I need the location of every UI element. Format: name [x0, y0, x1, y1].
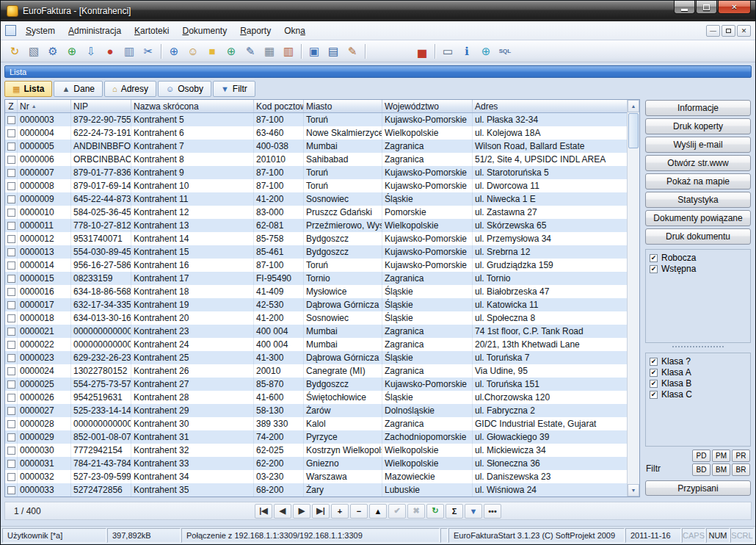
- toolbar-web-button[interactable]: ⊕: [477, 43, 495, 60]
- scroll-thumb[interactable]: [628, 113, 639, 148]
- toolbar-cut-button[interactable]: ✂: [139, 43, 157, 60]
- table-row[interactable]: 0000008879-017-69-14Kontrahent 1087-100T…: [5, 179, 627, 192]
- toolbar-settings-button[interactable]: ⚙: [44, 43, 62, 60]
- table-row[interactable]: 000002413022780152Kontrahent 2620010Cane…: [5, 364, 627, 378]
- row-checkbox[interactable]: [7, 116, 15, 124]
- row-checkbox[interactable]: [7, 486, 15, 494]
- table-row[interactable]: 00000335272472856Kontrahent 3568-200Żary…: [5, 483, 627, 497]
- filtr-br-button[interactable]: BR: [732, 463, 750, 476]
- wy-lij-e-mail-button[interactable]: Wyślij e-mail: [645, 137, 751, 153]
- scroll-up-button[interactable]: ▲: [628, 100, 639, 112]
- table-row[interactable]: 0000029852-001-08-07Kontrahent 3174-200P…: [5, 430, 627, 444]
- last-record-button[interactable]: ▶|: [312, 504, 330, 519]
- toolbar-select-window-button[interactable]: ▭: [439, 43, 457, 60]
- child-restore-button[interactable]: [722, 25, 735, 37]
- column-header-nazwa-skr-cona[interactable]: Nazwa skrócona: [131, 100, 254, 112]
- table-row[interactable]: 0000032527-23-09-599Kontrahent 3403-230W…: [5, 470, 627, 483]
- table-row[interactable]: 0000017632-17-34-335Kontrahent 1942-530D…: [5, 298, 627, 311]
- tab-adresy[interactable]: ⌂Adresy: [104, 81, 156, 97]
- title-bar[interactable]: EuroFaktura - [Kontrahenci] ✕: [1, 1, 755, 21]
- tab-filtr[interactable]: ▼Filtr: [213, 81, 255, 97]
- row-checkbox[interactable]: [7, 248, 15, 256]
- toolbar-calendar-button[interactable]: ▦: [261, 43, 278, 60]
- row-checkbox[interactable]: [7, 380, 15, 389]
- toolbar-address-book-button[interactable]: ▤: [324, 43, 342, 60]
- next-record-button[interactable]: ▶: [293, 504, 310, 519]
- cancel-button[interactable]: ✖: [407, 504, 425, 519]
- tab-osoby[interactable]: ☺Osoby: [158, 81, 211, 97]
- toolbar-download-button[interactable]: ⇩: [82, 43, 100, 60]
- row-checkbox[interactable]: [7, 288, 15, 296]
- table-row[interactable]: 00000129531740071Kontrahent 1485-758Bydg…: [5, 232, 627, 245]
- row-checkbox[interactable]: [7, 182, 15, 190]
- close-button[interactable]: ✕: [718, 1, 751, 14]
- column-header-z[interactable]: Z: [5, 100, 18, 112]
- otw-rz-str-www-button[interactable]: Otwórz str.www: [645, 155, 751, 171]
- minimize-button[interactable]: [674, 1, 695, 14]
- toolbar-globe-button[interactable]: ⊕: [165, 43, 183, 60]
- row-checkbox[interactable]: [7, 367, 15, 375]
- scroll-down-button[interactable]: ▼: [628, 484, 639, 497]
- row-checkbox[interactable]: [7, 433, 15, 441]
- table-row[interactable]: 0000014956-16-27-586Kontrahent 1687-100T…: [5, 259, 627, 272]
- filtr-bd-button[interactable]: BD: [692, 463, 710, 476]
- refresh-button[interactable]: ↻: [426, 504, 444, 519]
- column-header-wojew-dztwo[interactable]: Województwo: [382, 100, 473, 112]
- table-row[interactable]: 0000023629-232-26-23Kontrahent 2541-300D…: [5, 351, 627, 364]
- row-checkbox[interactable]: [7, 447, 15, 455]
- toolbar-folder-button[interactable]: ■: [203, 43, 221, 60]
- row-checkbox[interactable]: [7, 209, 15, 217]
- row-checkbox[interactable]: [7, 314, 15, 322]
- vertical-scrollbar[interactable]: ▲ ▼: [627, 100, 639, 497]
- druk-koperty-button[interactable]: Druk koperty: [645, 118, 751, 134]
- toolbar-info-button[interactable]: ℹ: [458, 43, 476, 60]
- add-record-button[interactable]: +: [331, 504, 349, 519]
- edit-record-button[interactable]: ▲: [369, 504, 387, 519]
- statystyka-button[interactable]: Statystyka: [645, 192, 751, 208]
- table-row[interactable]: 0000027525-233-14-14Kontrahent 2958-130Ż…: [5, 404, 627, 417]
- child-window-icon[interactable]: [5, 25, 16, 36]
- previous-record-button[interactable]: ◀: [274, 504, 291, 519]
- toolbar-sql-button[interactable]: SQL: [496, 43, 514, 60]
- sum-button[interactable]: Σ: [446, 504, 463, 519]
- checkbox-klasa[interactable]: ✔Klasa ?: [650, 356, 746, 367]
- row-checkbox[interactable]: [7, 420, 15, 428]
- row-checkbox[interactable]: [7, 341, 15, 349]
- table-row[interactable]: 00000280000000000000Kontrahent 30389 330…: [5, 417, 627, 430]
- more-button[interactable]: •••: [484, 504, 501, 519]
- table-row[interactable]: 0000003879-22-90-755Kontrahent 587-100To…: [5, 113, 627, 126]
- menu-item-dokumenty[interactable]: Dokumenty: [175, 23, 233, 39]
- menu-item-kartoteki[interactable]: Kartoteki: [128, 23, 175, 39]
- column-header-kod-pocztow[interactable]: Kod pocztow: [254, 100, 304, 112]
- tab-lista[interactable]: ▦Lista: [4, 81, 52, 97]
- table-row[interactable]: 00000220000000000000Kontrahent 24400 004…: [5, 338, 627, 351]
- toolbar-copy-button[interactable]: ▥: [120, 43, 138, 60]
- table-row[interactable]: 0000013554-030-89-45Kontrahent 1585-461B…: [5, 245, 627, 259]
- row-checkbox[interactable]: [7, 261, 15, 270]
- toolbar-world-button[interactable]: ⊕: [222, 43, 240, 60]
- menu-item-administracja[interactable]: Administracja: [62, 23, 128, 39]
- delete-record-button[interactable]: −: [350, 504, 368, 519]
- table-row[interactable]: 0000004622-24-73-191Kontrahent 663-460No…: [5, 126, 627, 140]
- first-record-button[interactable]: |◀: [255, 504, 272, 519]
- toolbar-chart-button[interactable]: ▅: [413, 43, 431, 60]
- row-checkbox[interactable]: [7, 275, 15, 283]
- tab-dane[interactable]: ▲Dane: [54, 81, 103, 97]
- table-row[interactable]: 0000005ANDBINBBFORKontrahent 7400-038Mum…: [5, 140, 627, 153]
- column-header-nip[interactable]: NIP: [71, 100, 131, 112]
- row-checkbox[interactable]: [7, 156, 15, 164]
- table-row[interactable]: 0000011778-10-27-812Kontrahent 1362-081P…: [5, 219, 627, 232]
- druk-dokumentu-button[interactable]: Druk dokumentu: [645, 228, 751, 245]
- table-row[interactable]: 0000010584-025-36-45Kontrahent 1283-000P…: [5, 206, 627, 219]
- table-row[interactable]: 0000016634-18-86-568Kontrahent 1841-409M…: [5, 285, 627, 298]
- row-checkbox[interactable]: [7, 407, 15, 415]
- filtr-pd-button[interactable]: PD: [692, 450, 710, 462]
- row-checkbox[interactable]: [7, 354, 15, 362]
- column-header-nr[interactable]: Nr▲: [18, 100, 71, 112]
- table-row[interactable]: 0000006ORBCINBBACPAKontrahent 8201010Sah…: [5, 153, 627, 166]
- menu-item-okna[interactable]: Okna: [277, 23, 312, 39]
- menu-item-raporty[interactable]: Raporty: [233, 23, 277, 39]
- filtr-pm-button[interactable]: PM: [712, 450, 730, 462]
- table-row[interactable]: 0000031784-21-43-784Kontrahent 3362-200G…: [5, 457, 627, 470]
- row-checkbox[interactable]: [7, 460, 15, 468]
